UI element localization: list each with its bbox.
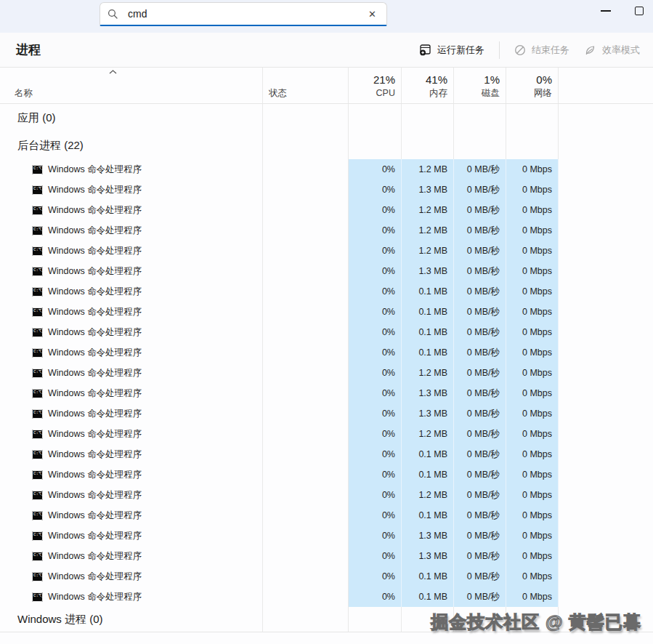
memory-total-percent: 41% <box>426 73 447 86</box>
process-disk-value: 0 MB/秒 <box>454 464 506 485</box>
process-status-cell <box>263 342 349 363</box>
column-header-disk[interactable]: 1% 磁盘 <box>454 68 506 103</box>
run-new-task-button[interactable]: 运行新任务 <box>412 39 492 62</box>
process-row[interactable]: Windows 命令处理程序 0% 0.1 MB 0 MB/秒 0 Mbps <box>0 587 653 607</box>
process-row[interactable]: Windows 命令处理程序 0% 1.3 MB 0 MB/秒 0 Mbps <box>0 261 653 281</box>
disk-column-label: 磁盘 <box>482 88 500 98</box>
column-header-name[interactable]: 名称 <box>0 68 263 103</box>
process-row[interactable]: Windows 命令处理程序 0% 0.1 MB 0 MB/秒 0 Mbps <box>0 281 653 302</box>
process-disk-value: 0 MB/秒 <box>454 587 506 607</box>
group-header-apps[interactable]: 应用 (0) <box>0 104 653 132</box>
process-name: Windows 命令处理程序 <box>48 489 142 502</box>
process-row[interactable]: Windows 命令处理程序 0% 1.2 MB 0 MB/秒 0 Mbps <box>0 220 653 241</box>
process-disk-value: 0 MB/秒 <box>454 322 506 342</box>
process-status-cell <box>263 159 349 180</box>
process-memory-value: 1.2 MB <box>402 220 454 241</box>
process-name: Windows 命令处理程序 <box>48 265 142 278</box>
process-name: Windows 命令处理程序 <box>48 571 142 583</box>
process-row[interactable]: Windows 命令处理程序 0% 1.3 MB 0 MB/秒 0 Mbps <box>0 383 653 403</box>
search-input[interactable] <box>128 8 365 20</box>
process-cpu-value: 0% <box>349 546 402 566</box>
table-header: 名称 状态 21% CPU 41% 内存 1% 磁盘 0% 网络 <box>0 68 653 104</box>
process-memory-value: 1.2 MB <box>402 485 454 505</box>
group-header-windows-processes[interactable]: Windows 进程 (0) <box>0 607 653 632</box>
end-task-button[interactable]: 结束任务 <box>507 39 577 62</box>
process-name: Windows 命令处理程序 <box>48 204 142 217</box>
process-name: Windows 命令处理程序 <box>48 387 142 400</box>
process-row[interactable]: Windows 命令处理程序 0% 1.2 MB 0 MB/秒 0 Mbps <box>0 485 653 505</box>
process-network-value: 0 Mbps <box>506 383 559 403</box>
process-row[interactable]: Windows 命令处理程序 0% 1.2 MB 0 MB/秒 0 Mbps <box>0 424 653 444</box>
process-status-cell <box>263 281 349 302</box>
processes-panel: 进程 运行新任务 <box>0 33 653 644</box>
process-row[interactable]: Windows 命令处理程序 0% 0.1 MB 0 MB/秒 0 Mbps <box>0 342 653 363</box>
process-cpu-value: 0% <box>349 424 402 444</box>
cmd-app-icon <box>32 389 43 398</box>
process-row[interactable]: Windows 命令处理程序 0% 1.3 MB 0 MB/秒 0 Mbps <box>0 403 653 424</box>
process-status-cell <box>263 261 349 281</box>
process-name: Windows 命令处理程序 <box>48 367 142 379</box>
column-header-memory[interactable]: 41% 内存 <box>402 68 454 103</box>
cmd-app-icon <box>32 531 43 541</box>
process-status-cell <box>263 302 349 322</box>
process-network-value: 0 Mbps <box>506 485 559 505</box>
process-row[interactable]: Windows 命令处理程序 0% 0.1 MB 0 MB/秒 0 Mbps <box>0 302 653 322</box>
process-row[interactable]: Windows 命令处理程序 0% 1.3 MB 0 MB/秒 0 Mbps <box>0 526 653 546</box>
end-task-label: 结束任务 <box>532 44 569 57</box>
process-row[interactable]: Windows 命令处理程序 0% 0.1 MB 0 MB/秒 0 Mbps <box>0 322 653 342</box>
process-network-value: 0 Mbps <box>506 464 559 485</box>
process-network-value: 0 Mbps <box>506 281 559 302</box>
process-disk-value: 0 MB/秒 <box>454 261 506 281</box>
process-status-cell <box>263 485 349 505</box>
sort-ascending-icon <box>109 70 117 74</box>
windows-processes-group-label: Windows 进程 (0) <box>0 607 263 632</box>
disk-total-percent: 1% <box>484 73 500 86</box>
process-network-value: 0 Mbps <box>506 505 559 526</box>
status-column-label: 状态 <box>269 88 348 98</box>
process-row[interactable]: Windows 命令处理程序 0% 1.3 MB 0 MB/秒 0 Mbps <box>0 546 653 566</box>
process-row[interactable]: Windows 命令处理程序 0% 1.2 MB 0 MB/秒 0 Mbps <box>0 241 653 261</box>
cmd-app-icon <box>32 470 43 480</box>
process-name: Windows 命令处理程序 <box>48 326 142 339</box>
process-cpu-value: 0% <box>349 281 402 302</box>
process-row[interactable]: Windows 命令处理程序 0% 1.2 MB 0 MB/秒 0 Mbps <box>0 200 653 220</box>
process-row[interactable]: Windows 命令处理程序 0% 0.1 MB 0 MB/秒 0 Mbps <box>0 566 653 587</box>
process-network-value: 0 Mbps <box>506 566 559 587</box>
column-header-status[interactable]: 状态 <box>263 68 349 103</box>
maximize-button[interactable] <box>628 0 651 22</box>
leaf-icon <box>584 44 596 56</box>
minimize-button[interactable] <box>594 0 617 22</box>
process-row[interactable]: Windows 命令处理程序 0% 1.3 MB 0 MB/秒 0 Mbps <box>0 180 653 200</box>
process-memory-value: 1.3 MB <box>402 383 454 403</box>
process-network-value: 0 Mbps <box>506 159 559 180</box>
process-network-value: 0 Mbps <box>506 444 559 464</box>
process-name: Windows 命令处理程序 <box>48 286 142 298</box>
column-header-network[interactable]: 0% 网络 <box>506 68 559 103</box>
process-status-cell <box>263 464 349 485</box>
process-status-cell <box>263 424 349 444</box>
process-row[interactable]: Windows 命令处理程序 0% 1.2 MB 0 MB/秒 0 Mbps <box>0 159 653 180</box>
process-memory-value: 1.3 MB <box>402 403 454 424</box>
process-memory-value: 1.2 MB <box>402 159 454 180</box>
process-name: Windows 命令处理程序 <box>48 428 142 440</box>
process-network-value: 0 Mbps <box>506 200 559 220</box>
process-cpu-value: 0% <box>349 505 402 526</box>
process-name: Windows 命令处理程序 <box>48 245 142 257</box>
process-row[interactable]: Windows 命令处理程序 0% 0.1 MB 0 MB/秒 0 Mbps <box>0 464 653 485</box>
process-memory-value: 1.2 MB <box>402 200 454 220</box>
column-header-cpu[interactable]: 21% CPU <box>349 68 402 103</box>
process-network-value: 0 Mbps <box>506 261 559 281</box>
process-memory-value: 0.1 MB <box>402 342 454 363</box>
efficiency-mode-button[interactable]: 效率模式 <box>577 39 647 62</box>
process-row[interactable]: Windows 命令处理程序 0% 1.2 MB 0 MB/秒 0 Mbps <box>0 363 653 383</box>
process-row[interactable]: Windows 命令处理程序 0% 0.1 MB 0 MB/秒 0 Mbps <box>0 444 653 464</box>
titlebar: ✕ <box>0 0 653 33</box>
process-row[interactable]: Windows 命令处理程序 0% 0.1 MB 0 MB/秒 0 Mbps <box>0 505 653 526</box>
group-header-background[interactable]: 后台进程 (22) <box>0 132 653 159</box>
process-cpu-value: 0% <box>349 485 402 505</box>
process-disk-value: 0 MB/秒 <box>454 566 506 587</box>
clear-search-icon[interactable]: ✕ <box>365 8 379 20</box>
search-box[interactable]: ✕ <box>100 2 387 26</box>
process-memory-value: 0.1 MB <box>402 302 454 322</box>
network-total-percent: 0% <box>536 73 552 86</box>
